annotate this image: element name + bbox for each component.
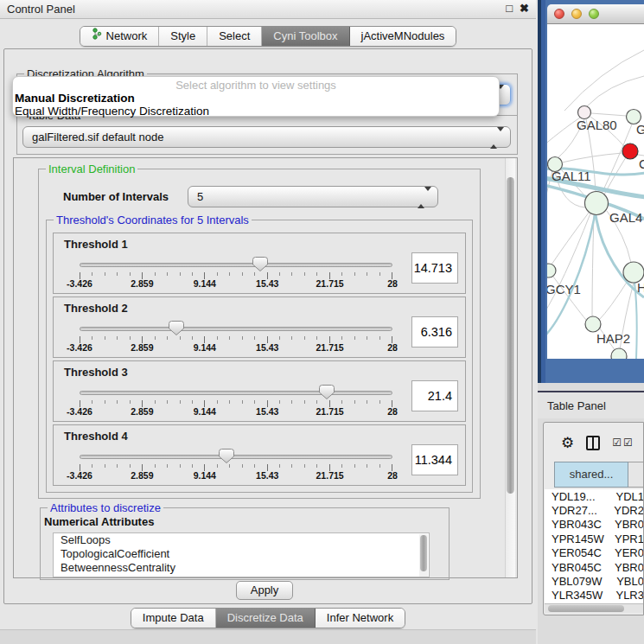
horizontal-scrollbar[interactable] [545, 603, 644, 613]
table-row[interactable]: YDL19...YDL1 [545, 489, 644, 503]
list-scrollbar[interactable] [419, 534, 428, 577]
close-window-icon[interactable]: ✖ [520, 2, 529, 15]
threshold-3-label: Threshold 3 [64, 366, 128, 379]
apply-button[interactable]: Apply [236, 581, 293, 600]
dropdown-hint-item[interactable]: Select algorithm to view settings [13, 77, 499, 92]
threshold-2-label: Threshold 2 [64, 302, 128, 315]
control-panel-titlebar: Control Panel □ ✖ [0, 0, 536, 19]
combo-stepper-icon [490, 131, 504, 144]
node-label: GAL4 [609, 210, 642, 225]
tab-select[interactable]: Select [207, 27, 262, 46]
slider-thumb[interactable] [252, 257, 268, 271]
tab-jactivemnodules[interactable]: jActiveMNodules [350, 27, 456, 46]
tab-network[interactable]: Network [80, 27, 160, 46]
vertical-scrollbar[interactable] [505, 158, 515, 577]
tab-cyni-toolbox[interactable]: Cyni Toolbox [262, 27, 349, 46]
threshold-2-slider[interactable]: -3.426 2.859 9.144 15.43 21.715 28 [80, 327, 392, 354]
threshold-4-value-field[interactable]: 11.344 [411, 444, 458, 475]
numerical-attributes-list[interactable]: SelfLoops TopologicalCoefficient Between… [53, 532, 430, 577]
threshold-1-slider[interactable]: -3.426 2.859 9.144 15.43 21.715 28 [80, 263, 392, 290]
table-data-group: Table Data galFiltered.sif default node [16, 115, 518, 155]
node-label: HAP2 [596, 331, 630, 346]
close-traffic-light-icon[interactable] [554, 9, 564, 19]
panel-footer [0, 629, 536, 644]
dropdown-option-manual[interactable]: Manual Discretization [13, 92, 499, 105]
threshold-3-slider[interactable]: -3.426 2.859 9.144 15.43 21.715 28 [80, 391, 392, 418]
network-icon [92, 27, 102, 46]
threshold-2-panel: Threshold 2 -3.426 2.859 9.144 15.43 21.… [53, 296, 466, 358]
tab-style[interactable]: Style [159, 27, 207, 46]
tab-discretize-data[interactable]: Discretize Data [216, 609, 316, 628]
table-row[interactable]: YBL079WYBL0 [545, 574, 644, 588]
table-row[interactable]: YER054CYER0 [545, 546, 644, 560]
threshold-3-panel: Threshold 3 -3.426 2.859 9.144 15.43 21.… [53, 360, 466, 422]
table-row[interactable]: YDR27...YDR2 [545, 503, 644, 517]
network-window-titlebar[interactable] [547, 4, 644, 24]
interval-group-title: Interval Definition [46, 163, 137, 175]
top-tab-bar: Network Style Select Cyni Toolbox jActiv… [0, 26, 536, 47]
tab-impute-data[interactable]: Impute Data [131, 609, 216, 628]
cyni-toolbox-panel: Discretization Algorithm Select algorith… [3, 48, 532, 604]
threshold-3-value-field[interactable]: 21.4 [411, 380, 458, 411]
slider-thumb[interactable] [169, 321, 184, 335]
table-rows: YDL19...YDL1 YDR27...YDR2 YBR043CYBR0 YP… [545, 489, 644, 603]
list-item[interactable]: TopologicalCoefficient [54, 547, 429, 561]
num-intervals-combobox[interactable]: 5 [188, 186, 438, 207]
threshold-4-label: Threshold 4 [64, 430, 128, 443]
node-label: GA [636, 122, 644, 137]
num-intervals-value: 5 [197, 190, 203, 203]
float-window-icon[interactable]: □ [506, 2, 513, 15]
tab-infer-network[interactable]: Infer Network [316, 609, 405, 628]
node-label: GCY1 [547, 282, 581, 296]
node-label: H [637, 280, 644, 295]
table-row[interactable]: YBR045CYBR0 [545, 560, 644, 574]
algorithm-dropdown-popup: Select algorithm to view settings Manual… [12, 76, 500, 117]
select-columns-checkboxes-icon[interactable]: ☑☑ [612, 437, 634, 449]
bottom-tab-bar: Impute Data Discretize Data Infer Networ… [0, 608, 536, 628]
node-selected-red[interactable] [622, 143, 638, 159]
table-panel-titlebar: Table Panel [538, 391, 644, 418]
threshold-1-label: Threshold 1 [64, 238, 128, 251]
node-label: GAL11 [552, 169, 591, 183]
list-scrollbar-thumb[interactable] [420, 535, 427, 571]
table-panel-title: Table Panel [547, 399, 606, 412]
threshold-2-value-field[interactable]: 6.316 [411, 316, 458, 348]
list-item[interactable]: BetweennessCentrality [54, 561, 429, 575]
table-row[interactable]: YLR345WYLR3 [545, 589, 644, 603]
combo-stepper-icon [418, 191, 431, 204]
minimize-traffic-light-icon[interactable] [571, 9, 582, 19]
table-row[interactable]: YBR043CYBR0 [545, 518, 644, 532]
network-canvas[interactable]: GAL80 GA C GAL11 GAL4 GCY1 H HAP2 [547, 24, 644, 359]
horizontal-scrollbar-thumb[interactable] [548, 605, 624, 612]
numerical-attributes-label: Numerical Attributes [44, 515, 154, 528]
threshold-4-slider[interactable]: -3.426 2.859 9.144 15.43 21.715 28 [80, 455, 392, 482]
dropdown-option-equal-width[interactable]: Equal Width/Frequency Discretization [13, 105, 499, 118]
list-item[interactable]: SelfLoops [54, 533, 429, 547]
threshold-1-value-field[interactable]: 14.713 [411, 252, 458, 284]
slider-thumb[interactable] [219, 449, 234, 463]
node-gal4[interactable] [585, 192, 609, 215]
network-view-window: GAL80 GA C GAL11 GAL4 GCY1 H HAP2 [538, 0, 644, 383]
node-label: C [639, 156, 644, 171]
threshold-4-panel: Threshold 4 -3.426 2.859 9.144 15.43 21.… [53, 424, 466, 486]
control-panel: Control Panel □ ✖ Network Style Select [0, 0, 536, 644]
column-header-shared-name[interactable]: shared... [554, 462, 628, 488]
panel-title: Control Panel [7, 3, 75, 16]
column-layout-icon[interactable] [586, 436, 600, 450]
gear-icon[interactable]: ⚙ [561, 436, 574, 450]
table-data-combobox[interactable]: galFiltered.sif default node [22, 126, 511, 148]
table-data-selected: galFiltered.sif default node [32, 131, 163, 143]
right-panel: GAL80 GA C GAL11 GAL4 GCY1 H HAP2 Table … [538, 0, 644, 644]
threshold-1-panel: Threshold 1 -3.426 2.859 9.144 15.43 21.… [53, 233, 466, 294]
zoom-traffic-light-icon[interactable] [589, 9, 599, 19]
node-gcy1[interactable] [547, 264, 556, 277]
slider-thumb[interactable] [319, 385, 335, 399]
vertical-scrollbar-thumb[interactable] [507, 177, 514, 494]
interval-definition-group: Interval Definition Number of Intervals … [38, 169, 481, 499]
thresholds-group-title: Threshold's Coordinates for 5 Intervals [54, 214, 252, 226]
node-hap2[interactable] [585, 316, 601, 332]
table-header: shared... na [554, 462, 644, 488]
column-header-name[interactable]: na [628, 462, 644, 488]
table-row[interactable]: YPR145WYPR1 [545, 532, 644, 545]
node-partial-bottom[interactable] [611, 348, 627, 359]
